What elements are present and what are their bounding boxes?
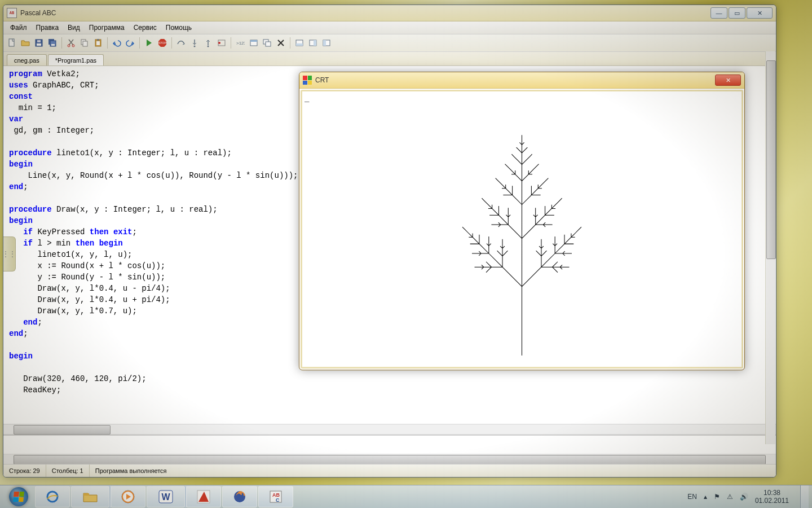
svg-rect-32 <box>83 493 89 496</box>
svg-point-17 <box>208 46 209 47</box>
show-desktop-button[interactable] <box>800 485 809 508</box>
menu-item[interactable]: Вид <box>63 22 85 33</box>
svg-rect-13 <box>97 39 99 41</box>
menu-bar[interactable]: ФайлПравкаВидПрограммаСервисПомощь <box>3 21 776 34</box>
toolbar: STOP >123 <box>3 34 776 52</box>
start-button[interactable] <box>3 486 34 507</box>
menu-item[interactable]: Сервис <box>129 22 161 33</box>
close-button[interactable]: ✕ <box>747 7 773 19</box>
tray-time: 10:38 <box>755 489 789 497</box>
taskbar[interactable]: W ABC EN ▴ ⚑ ⚠ 🔊 10:38 01.02.2011 <box>0 485 812 508</box>
status-state: Программа выполняется <box>90 465 776 477</box>
taskbar-firefox-icon[interactable] <box>222 486 257 507</box>
save-icon[interactable] <box>33 37 45 49</box>
crt-close-button[interactable]: ✕ <box>715 75 741 86</box>
svg-rect-6 <box>51 44 55 46</box>
svg-point-19 <box>218 42 220 44</box>
breakpoint-icon[interactable] <box>215 37 228 49</box>
crt-titlebar[interactable]: CRT ✕ <box>299 72 744 89</box>
svg-rect-22 <box>250 40 257 42</box>
run-icon[interactable] <box>143 37 155 49</box>
svg-rect-3 <box>37 40 41 42</box>
editor-vscrollbar[interactable] <box>765 51 775 444</box>
taskbar-ie-icon[interactable] <box>35 486 70 507</box>
tab-bar: cneg.pas*Program1.pas <box>3 52 776 66</box>
app-icon: AB <box>7 8 17 18</box>
crt-title: CRT <box>315 76 715 84</box>
tray-up-icon[interactable]: ▴ <box>704 493 707 501</box>
menu-item[interactable]: Файл <box>6 22 32 33</box>
open-file-icon[interactable] <box>19 37 32 49</box>
maximize-button[interactable]: ▭ <box>729 7 745 19</box>
side-grip[interactable]: ⋮⋮ <box>3 237 16 271</box>
svg-rect-10 <box>83 41 87 46</box>
taskbar-app1-icon[interactable] <box>186 486 221 507</box>
step-out-icon[interactable] <box>202 37 214 49</box>
svg-text:W: W <box>161 492 170 502</box>
svg-rect-2 <box>37 43 41 46</box>
menu-item[interactable]: Программа <box>85 22 129 33</box>
watch-icon[interactable]: >123 <box>234 37 246 49</box>
svg-text:C: C <box>276 497 280 503</box>
minimize-button[interactable]: — <box>710 7 727 19</box>
window-title: Pascal ABC <box>20 9 710 17</box>
editor-tab[interactable]: cneg.pas <box>7 54 47 65</box>
svg-rect-30 <box>323 40 326 46</box>
svg-rect-28 <box>314 40 316 46</box>
tray-flag-icon[interactable]: ⚑ <box>714 493 720 501</box>
crt-window[interactable]: CRT ✕ _ <box>299 72 745 370</box>
status-line: Строка: 29 <box>3 465 46 477</box>
output-hscrollbar[interactable] <box>3 454 776 464</box>
paste-icon[interactable] <box>92 37 104 49</box>
window2-icon[interactable] <box>261 37 273 49</box>
editor-tab[interactable]: *Program1.pas <box>48 54 104 65</box>
undo-icon[interactable] <box>111 37 123 49</box>
crt-cursor: _ <box>304 93 309 102</box>
taskbar-word-icon[interactable]: W <box>147 486 185 507</box>
redo-icon[interactable] <box>124 37 136 49</box>
cut-icon[interactable] <box>65 37 77 49</box>
svg-rect-12 <box>96 41 100 45</box>
tray-lang[interactable]: EN <box>687 493 697 501</box>
window1-icon[interactable] <box>248 37 260 49</box>
output-pane[interactable] <box>3 434 776 454</box>
taskbar-explorer-icon[interactable] <box>71 486 109 507</box>
svg-rect-0 <box>9 39 14 46</box>
svg-text:STOP: STOP <box>158 41 166 45</box>
titlebar[interactable]: AB Pascal ABC — ▭ ✕ <box>3 5 776 21</box>
tray-date: 01.02.2011 <box>755 497 789 505</box>
new-file-icon[interactable] <box>6 37 18 49</box>
svg-point-16 <box>194 46 196 47</box>
panel3-icon[interactable] <box>320 37 333 49</box>
taskbar-pascalabc-icon[interactable]: ABC <box>258 486 293 507</box>
crt-canvas: _ <box>301 90 743 369</box>
taskbar-media-icon[interactable] <box>111 486 145 507</box>
crt-icon <box>303 76 312 85</box>
tray-net-icon[interactable]: ⚠ <box>727 493 733 501</box>
step-over-icon[interactable] <box>175 37 187 49</box>
panel1-icon[interactable] <box>293 37 306 49</box>
editor-hscrollbar[interactable] <box>3 424 776 434</box>
stop-icon[interactable]: STOP <box>156 37 169 49</box>
menu-item[interactable]: Помощь <box>161 22 196 33</box>
svg-text:>123: >123 <box>236 41 245 46</box>
step-into-icon[interactable] <box>188 37 201 49</box>
system-tray[interactable]: EN ▴ ⚑ ⚠ 🔊 10:38 01.02.2011 <box>687 485 809 508</box>
copy-icon[interactable] <box>78 37 91 49</box>
save-all-icon[interactable] <box>46 37 59 49</box>
status-bar: Строка: 29 Столбец: 1 Программа выполняе… <box>3 464 776 477</box>
svg-rect-24 <box>266 42 271 46</box>
tray-volume-icon[interactable]: 🔊 <box>740 493 748 501</box>
status-col: Столбец: 1 <box>46 465 90 477</box>
panel2-icon[interactable] <box>307 37 319 49</box>
close-x-icon[interactable] <box>275 37 287 49</box>
tray-clock[interactable]: 10:38 01.02.2011 <box>755 489 789 505</box>
svg-rect-26 <box>296 43 303 46</box>
menu-item[interactable]: Правка <box>32 22 64 33</box>
